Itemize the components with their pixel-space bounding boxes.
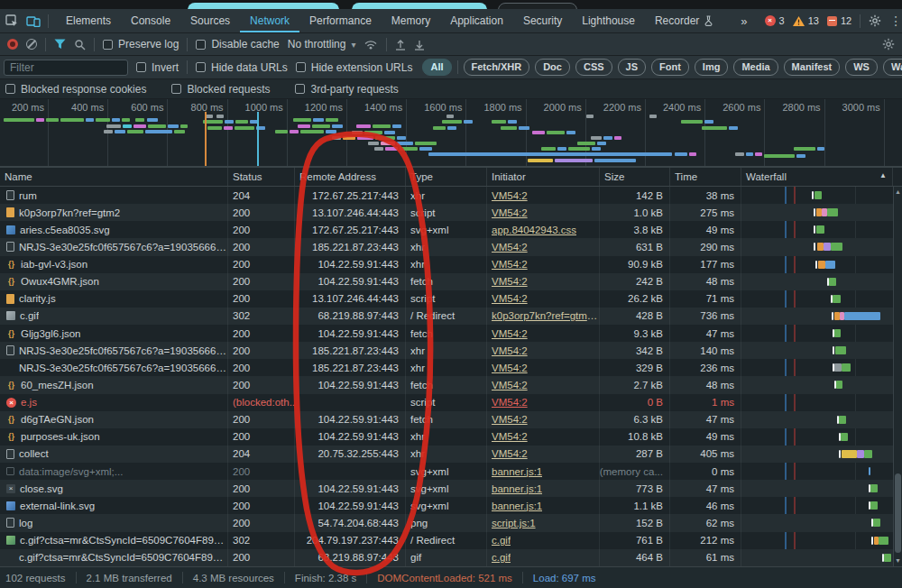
table-row[interactable]: log20054.74.204.68:443pngscript.js:1152 …: [0, 514, 902, 531]
filter-chip-font[interactable]: Font: [651, 59, 689, 75]
warning-count-badge[interactable]: 13: [793, 15, 819, 26]
tab-network[interactable]: Network: [240, 9, 299, 32]
table-row[interactable]: aries.c5ea8035.svg200172.67.25.217:443sv…: [0, 221, 902, 238]
tab-memory[interactable]: Memory: [382, 9, 440, 32]
scrollbar[interactable]: ▲ ▼: [893, 187, 902, 566]
table-row[interactable]: {}60_mesZH.json200104.22.59.91:443fetchV…: [0, 376, 902, 393]
initiator-link[interactable]: banner.js:1: [492, 466, 542, 477]
import-har-icon[interactable]: [395, 39, 406, 51]
initiator-link[interactable]: VM54:2: [492, 414, 528, 425]
more-tabs-button[interactable]: »: [731, 9, 757, 32]
timeline-overview[interactable]: 200 ms400 ms600 ms800 ms1000 ms1200 ms14…: [0, 99, 902, 167]
initiator-link[interactable]: VM54:2: [492, 276, 528, 287]
filter-chip-img[interactable]: Img: [695, 59, 729, 75]
error-count-badge[interactable]: × 3: [765, 15, 785, 26]
issues-count-badge[interactable]: 12: [827, 15, 851, 26]
table-row[interactable]: collect20420.75.32.255:443xhrVM54:2287 B…: [0, 446, 902, 463]
network-conditions-icon[interactable]: [364, 39, 378, 50]
table-row[interactable]: data:image/svg+xml;...200svg+xmlbanner.j…: [0, 463, 902, 480]
filter-chip-ws[interactable]: WS: [845, 59, 878, 75]
table-row[interactable]: c.gif?ctsa=mr&CtsSyncId=6509C7604F894455…: [0, 549, 902, 566]
filter-chip-css[interactable]: CSS: [575, 59, 612, 75]
blocked-response-cookies-checkbox[interactable]: [5, 84, 15, 94]
tab-recorder[interactable]: Recorder: [645, 9, 723, 32]
table-row[interactable]: NRJS-3e30e25fc0f657567c6?a=1903566628&v.…: [0, 359, 902, 376]
table-row[interactable]: {}Owux4GMR.json200104.22.59.91:443fetchV…: [0, 273, 902, 290]
clear-network-log-button[interactable]: [26, 39, 37, 50]
column-header-initiator[interactable]: Initiator: [487, 168, 600, 186]
3rd-party-requests-checkbox[interactable]: [295, 84, 305, 94]
table-row[interactable]: {}iab-gvl-v3.json200104.22.59.91:443xhrV…: [0, 256, 902, 273]
initiator-link[interactable]: VM54:2: [492, 431, 528, 442]
tab-security[interactable]: Security: [513, 9, 572, 32]
table-row[interactable]: rum204172.67.25.217:443xhrVM54:2142 B38 …: [0, 187, 902, 204]
table-row[interactable]: ×e.js(blocked:oth...scriptVM54:20 B1 ms: [0, 394, 902, 411]
column-header-waterfall[interactable]: Waterfall▲: [741, 168, 893, 186]
initiator-link[interactable]: VM54:2: [492, 380, 528, 390]
column-header-time[interactable]: Time: [670, 168, 741, 186]
tab-console[interactable]: Console: [121, 9, 180, 32]
initiator-link[interactable]: VM54:2: [492, 345, 528, 356]
column-header-status[interactable]: Status: [228, 168, 295, 186]
disable-cache-checkbox[interactable]: [196, 40, 206, 50]
table-row[interactable]: ×close.svg200104.22.59.91:443svg+xmlbann…: [0, 480, 902, 497]
column-header-remote-address[interactable]: Remote Address: [295, 168, 406, 186]
table-row[interactable]: c.gif?ctsa=mr&CtsSyncId=6509C7604F894455…: [0, 532, 902, 549]
table-row[interactable]: NRJS-3e30e25fc0f657567c6?a=1903566628&v.…: [0, 342, 902, 359]
tab-performance[interactable]: Performance: [299, 9, 382, 32]
tab-lighthouse[interactable]: Lighthouse: [572, 9, 645, 32]
inspect-element-icon[interactable]: [5, 14, 19, 27]
initiator-link[interactable]: banner.js:1: [492, 483, 542, 494]
filter-chip-manifest[interactable]: Manifest: [784, 59, 841, 75]
hide-data-urls-checkbox[interactable]: [196, 62, 206, 72]
initiator-link[interactable]: VM54:2: [492, 448, 528, 459]
filter-chip-js[interactable]: JS: [618, 59, 646, 75]
scroll-down-icon[interactable]: ▼: [894, 556, 902, 566]
scroll-up-icon[interactable]: ▲: [894, 187, 902, 198]
filter-input[interactable]: [4, 60, 128, 76]
initiator-link[interactable]: VM54:2: [492, 259, 528, 270]
filter-chip-doc[interactable]: Doc: [535, 59, 570, 75]
device-toolbar-icon[interactable]: [26, 15, 41, 27]
table-row[interactable]: k0p3orp7kn?ref=gtm220013.107.246.44:443s…: [0, 204, 902, 221]
initiator-link[interactable]: c.gif: [492, 535, 511, 546]
initiator-link[interactable]: VM54:2: [492, 328, 528, 339]
settings-gear-icon[interactable]: [869, 14, 881, 27]
initiator-link[interactable]: app.84042943.css: [492, 225, 576, 235]
table-row[interactable]: clarity.js20013.107.246.44:443scriptVM54…: [0, 290, 902, 308]
tab-application[interactable]: Application: [440, 9, 513, 32]
preserve-log-checkbox[interactable]: [103, 40, 113, 50]
initiator-link[interactable]: VM54:2: [492, 397, 528, 408]
column-header-type[interactable]: Type: [406, 168, 487, 186]
kebab-menu-icon[interactable]: ⋮: [889, 14, 902, 27]
scrollbar-thumb[interactable]: [895, 473, 901, 553]
search-icon[interactable]: [74, 39, 86, 51]
blocked-requests-checkbox[interactable]: [171, 84, 181, 94]
table-row[interactable]: {}purposes-uk.json200104.22.59.91:443xhr…: [0, 428, 902, 446]
initiator-link[interactable]: VM54:2: [492, 293, 528, 304]
initiator-link[interactable]: VM54:2: [492, 207, 528, 218]
initiator-link[interactable]: c.gif: [492, 552, 511, 563]
table-row[interactable]: NRJS-3e30e25fc0f657567c6?a=1903566628&v.…: [0, 238, 902, 255]
record-button[interactable]: [7, 39, 18, 50]
hide-extension-urls-checkbox[interactable]: [296, 62, 306, 72]
initiator-link[interactable]: VM54:2: [492, 190, 528, 201]
table-row[interactable]: external-link.svg200104.22.59.91:443svg+…: [0, 497, 902, 514]
initiator-link[interactable]: banner.js:1: [492, 501, 542, 511]
table-row[interactable]: {}Gljg3gl6.json200104.22.59.91:443fetchV…: [0, 325, 902, 342]
column-header-size[interactable]: Size: [600, 168, 670, 186]
throttling-select[interactable]: No throttling ▾: [288, 38, 356, 51]
filter-chip-all[interactable]: All: [422, 59, 451, 75]
tab-sources[interactable]: Sources: [180, 9, 240, 32]
table-row[interactable]: c.gif30268.219.88.97:443/ Redirectk0p3or…: [0, 308, 902, 325]
filter-chip-media[interactable]: Media: [733, 59, 778, 75]
initiator-link[interactable]: VM54:2: [492, 363, 528, 373]
sort-ascending-icon[interactable]: ▲: [879, 171, 887, 179]
initiator-link[interactable]: script.js:1: [492, 518, 536, 528]
column-header-name[interactable]: Name: [0, 168, 228, 186]
filter-chip-fetch-xhr[interactable]: Fetch/XHR: [464, 59, 530, 75]
initiator-link[interactable]: k0p3orp7kn?ref=gtm2:1: [492, 310, 599, 321]
tab-elements[interactable]: Elements: [56, 9, 121, 32]
initiator-link[interactable]: VM54:2: [492, 242, 528, 253]
invert-checkbox[interactable]: [136, 62, 146, 72]
